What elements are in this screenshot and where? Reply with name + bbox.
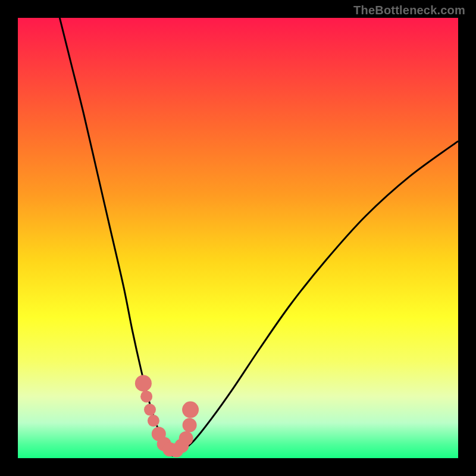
marker-point [135, 375, 152, 392]
marker-point [148, 415, 159, 427]
marker-point [179, 431, 193, 446]
plot-area [18, 18, 458, 458]
background-rect [18, 18, 458, 458]
chart-svg [18, 18, 458, 458]
marker-point [144, 404, 156, 416]
marker-point [182, 402, 199, 418]
marker-point [183, 418, 197, 433]
watermark-text: TheBottleneck.com [353, 4, 465, 17]
frame: TheBottleneck.com [0, 0, 476, 476]
marker-point [140, 390, 152, 402]
